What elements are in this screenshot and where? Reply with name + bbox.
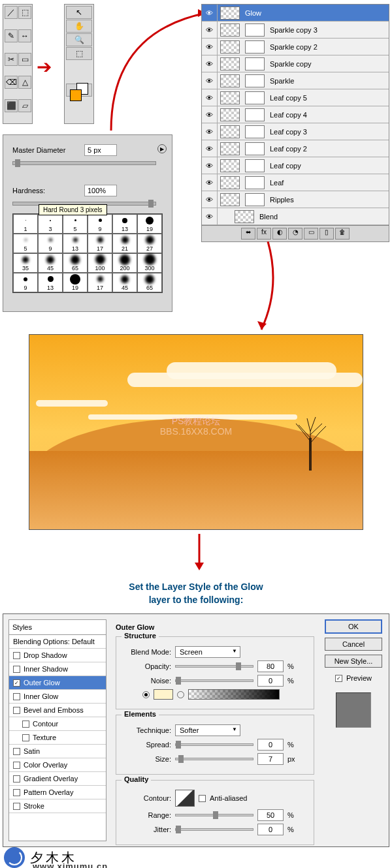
brush-preset[interactable]: 13 bbox=[38, 273, 63, 292]
mask-icon[interactable]: ◐ bbox=[272, 228, 287, 240]
mask-thumb[interactable] bbox=[245, 125, 265, 138]
layer-row-glow[interactable]: 👁Glow bbox=[202, 5, 389, 22]
brush-preset[interactable]: 100 bbox=[88, 253, 112, 273]
visibility-icon[interactable]: 👁 bbox=[202, 174, 218, 191]
visibility-icon[interactable]: 👁 bbox=[202, 55, 218, 72]
checkbox[interactable]: ✓ bbox=[13, 679, 20, 687]
brush-preset[interactable]: 9 bbox=[88, 214, 112, 234]
jitter-input[interactable]: 0 bbox=[257, 824, 284, 835]
style-satin[interactable]: Satin bbox=[9, 745, 106, 758]
range-slider[interactable] bbox=[175, 814, 253, 816]
layer-row[interactable]: 👁Leaf copy 2 bbox=[202, 140, 389, 157]
brush-preset[interactable]: 9 bbox=[38, 234, 63, 253]
layer-thumb[interactable] bbox=[220, 176, 240, 189]
brush-preset[interactable]: 13 bbox=[63, 234, 88, 253]
layer-thumb[interactable] bbox=[220, 23, 240, 37]
layer-row[interactable]: 👁Sparkle copy 2 bbox=[202, 39, 389, 55]
visibility-icon[interactable]: 👁 bbox=[202, 5, 218, 21]
tool-icon[interactable]: ⬚ bbox=[18, 6, 31, 19]
tool-icon[interactable]: ⬚ bbox=[66, 47, 92, 60]
visibility-icon[interactable]: 👁 bbox=[202, 106, 218, 123]
adjustment-icon[interactable]: ◔ bbox=[288, 228, 302, 240]
checkbox[interactable] bbox=[13, 693, 20, 700]
brush-preset[interactable]: 300 bbox=[137, 253, 162, 273]
visibility-icon[interactable]: 👁 bbox=[202, 208, 218, 225]
layer-row[interactable]: 👁Leaf copy 3 bbox=[202, 123, 389, 140]
fx-icon[interactable]: fx bbox=[257, 228, 271, 240]
tool-icon[interactable]: ▭ bbox=[18, 53, 31, 66]
visibility-icon[interactable]: 👁 bbox=[202, 89, 218, 106]
noise-input[interactable]: 0 bbox=[257, 675, 284, 687]
anti-alias-checkbox[interactable] bbox=[199, 795, 206, 802]
zoom-tool-icon[interactable]: 🔍 bbox=[66, 33, 92, 46]
cancel-button[interactable]: Cancel bbox=[325, 638, 382, 651]
diameter-slider[interactable] bbox=[12, 161, 156, 165]
checkbox[interactable] bbox=[22, 721, 29, 728]
brush-preset[interactable]: 45 bbox=[38, 253, 63, 273]
hardness-input[interactable]: 100% bbox=[84, 185, 117, 196]
style-gradient-overlay[interactable]: Gradient Overlay bbox=[9, 772, 106, 786]
visibility-icon[interactable]: 👁 bbox=[202, 157, 218, 174]
jitter-slider[interactable] bbox=[175, 828, 253, 831]
style-drop-shadow[interactable]: Drop Shadow bbox=[9, 649, 106, 662]
opacity-input[interactable]: 80 bbox=[257, 660, 284, 672]
style-inner-shadow[interactable]: Inner Shadow bbox=[9, 662, 106, 676]
link-icon[interactable]: ⬌ bbox=[241, 228, 255, 240]
mask-thumb[interactable] bbox=[245, 74, 265, 87]
layer-row[interactable]: 👁Sparkle copy bbox=[202, 55, 389, 72]
layer-row[interactable]: 👁Leaf bbox=[202, 174, 389, 191]
brush-preset[interactable]: 9 bbox=[13, 273, 38, 292]
folder-icon[interactable]: ▭ bbox=[304, 228, 318, 240]
style-bevel[interactable]: Bevel and Emboss bbox=[9, 704, 106, 717]
tool-icon[interactable]: ⬛ bbox=[5, 99, 18, 112]
layer-row[interactable]: 👁Leaf copy bbox=[202, 157, 389, 174]
checkbox[interactable] bbox=[13, 803, 20, 810]
visibility-icon[interactable]: 👁 bbox=[202, 140, 218, 157]
brush-preset[interactable]: 5 bbox=[63, 214, 88, 234]
style-inner-glow[interactable]: Inner Glow bbox=[9, 690, 106, 704]
blend-mode-dropdown[interactable]: Screen bbox=[175, 646, 240, 658]
checkbox[interactable] bbox=[13, 707, 20, 714]
layer-thumb[interactable] bbox=[235, 210, 254, 223]
checkbox[interactable] bbox=[13, 789, 20, 796]
layer-thumb[interactable] bbox=[220, 57, 240, 70]
mask-thumb[interactable] bbox=[245, 108, 265, 121]
checkbox[interactable] bbox=[22, 734, 29, 741]
style-pattern-overlay[interactable]: Pattern Overlay bbox=[9, 786, 106, 799]
checkbox[interactable] bbox=[13, 775, 20, 783]
visibility-icon[interactable]: 👁 bbox=[202, 39, 218, 55]
spread-slider[interactable] bbox=[175, 743, 253, 746]
tool-icon[interactable]: △ bbox=[18, 76, 31, 89]
brush-preset[interactable]: 27 bbox=[137, 234, 162, 253]
ok-button[interactable]: OK bbox=[325, 619, 382, 634]
glow-color-swatch[interactable] bbox=[154, 689, 173, 700]
brush-preset[interactable]: 19 bbox=[63, 273, 88, 292]
layer-row[interactable]: 👁Blend bbox=[202, 208, 389, 225]
visibility-icon[interactable]: 👁 bbox=[202, 123, 218, 140]
trash-icon[interactable]: 🗑 bbox=[335, 228, 350, 240]
tool-icon[interactable]: ▱ bbox=[18, 99, 31, 112]
layer-thumb[interactable] bbox=[220, 125, 240, 138]
spread-input[interactable]: 0 bbox=[257, 739, 284, 751]
brush-preset[interactable]: 45 bbox=[112, 273, 137, 292]
brush-preset[interactable]: 17 bbox=[88, 234, 112, 253]
eraser-tool-icon[interactable]: ⌫ bbox=[5, 76, 18, 89]
layer-thumb[interactable] bbox=[220, 193, 240, 206]
brush-preset[interactable]: 19 bbox=[137, 214, 162, 234]
layer-row[interactable]: 👁Leaf copy 5 bbox=[202, 89, 389, 106]
opacity-slider[interactable] bbox=[175, 665, 253, 668]
brush-preset[interactable]: 1 bbox=[13, 214, 38, 234]
brush-preset[interactable]: 13 bbox=[112, 214, 137, 234]
layer-row[interactable]: 👁Sparkle copy 3 bbox=[202, 22, 389, 39]
layer-thumb[interactable] bbox=[220, 159, 240, 172]
layer-thumb[interactable] bbox=[220, 40, 240, 54]
blending-options[interactable]: Blending Options: Default bbox=[9, 635, 106, 649]
tool-icon[interactable]: ↔ bbox=[18, 29, 31, 42]
brush-preset[interactable]: 21 bbox=[112, 234, 137, 253]
noise-slider[interactable] bbox=[175, 679, 253, 682]
mask-thumb[interactable] bbox=[245, 57, 265, 70]
style-outer-glow[interactable]: ✓Outer Glow bbox=[9, 676, 106, 690]
layer-thumb[interactable] bbox=[220, 7, 240, 20]
layer-row[interactable]: 👁Ripples bbox=[202, 191, 389, 208]
checkbox[interactable] bbox=[13, 748, 20, 755]
